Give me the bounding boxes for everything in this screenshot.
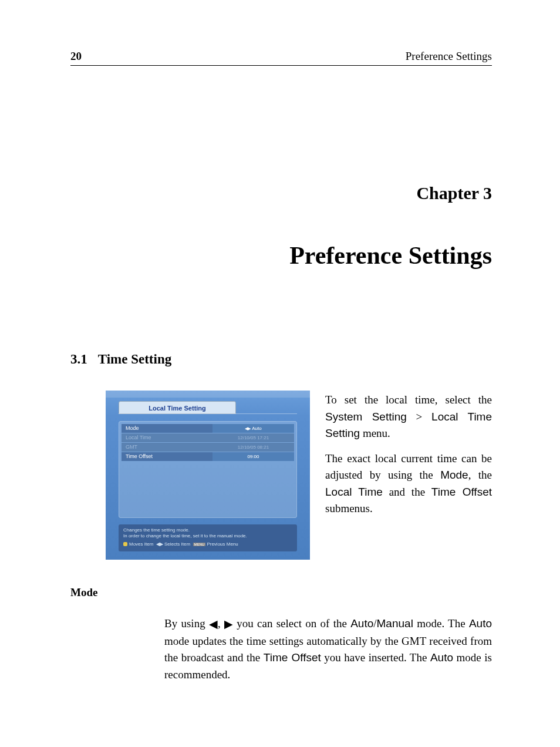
setting-row-time-offset: Time Offset09:00 xyxy=(122,452,294,461)
dialog-hint-bar: Changes the time setting mode. In order … xyxy=(119,524,297,551)
ref-time-offset: Time Off­set xyxy=(431,486,492,498)
row-label: Time Offset xyxy=(122,452,212,461)
header-title: Preference Settings xyxy=(406,50,492,63)
row-value: 09:00 xyxy=(212,452,294,461)
ref-auto-2: Auto xyxy=(469,617,492,630)
section-title: Time Setting xyxy=(98,352,171,366)
row-value: 12/10/05 08:21 xyxy=(212,443,294,452)
section-heading: 3.1Time Setting xyxy=(70,352,492,367)
leftright-icon: ◀▶ xyxy=(156,541,163,547)
ref-auto: Auto xyxy=(350,617,373,630)
row-label: GMT xyxy=(122,443,212,452)
embedded-screenshot: Local Time Setting Mode◀▶AutoLocal Time1… xyxy=(106,391,310,560)
section-number: 3.1 xyxy=(70,352,87,367)
row-value: ◀▶Auto xyxy=(212,424,294,433)
row-value: 12/10/05 17:21 xyxy=(212,433,294,442)
leftright-arrows-icon: ◀▶ xyxy=(245,426,251,430)
row-label: Mode xyxy=(122,424,212,433)
setting-row-local-time: Local Time12/10/05 17:21 xyxy=(122,433,294,442)
ref-time-offset-2: Time Offset xyxy=(264,651,321,664)
hint-line-2: In order to change the local time, set i… xyxy=(123,533,292,540)
chapter-label: Chapter 3 xyxy=(70,183,492,203)
page-number: 20 xyxy=(70,50,82,63)
ref-local-time: Local Time xyxy=(325,486,383,498)
setting-row-mode: Mode◀▶Auto xyxy=(122,424,294,433)
nav-hints: Moves Item ◀▶ Selects Item MENU Previous… xyxy=(123,541,292,548)
row-label: Local Time xyxy=(122,433,212,442)
mode-paragraph: By using ◀, ▶ you can select on of the A… xyxy=(164,615,492,683)
menu-path-system-setting: System Setting xyxy=(325,410,407,423)
ref-mode: Mode xyxy=(440,469,468,481)
ref-manual: Manual xyxy=(377,617,413,630)
running-header: 20 Preference Settings xyxy=(70,50,492,66)
setting-row-gmt: GMT12/10/05 08:21 xyxy=(122,443,294,452)
hint-line-1: Changes the time setting mode. xyxy=(123,527,292,534)
ref-auto-3: Auto xyxy=(430,651,453,664)
chapter-title: Preference Settings xyxy=(70,241,492,270)
right-arrow-icon: ▶ xyxy=(224,616,233,633)
dialog-title: Local Time Setting xyxy=(119,401,236,414)
menu-key-icon: MENU xyxy=(193,543,206,546)
mode-subheading: Mode xyxy=(70,586,492,599)
intro-paragraphs: To set the local time, select the System… xyxy=(325,391,492,560)
left-arrow-icon: ◀ xyxy=(209,616,218,633)
updown-icon xyxy=(123,542,127,546)
